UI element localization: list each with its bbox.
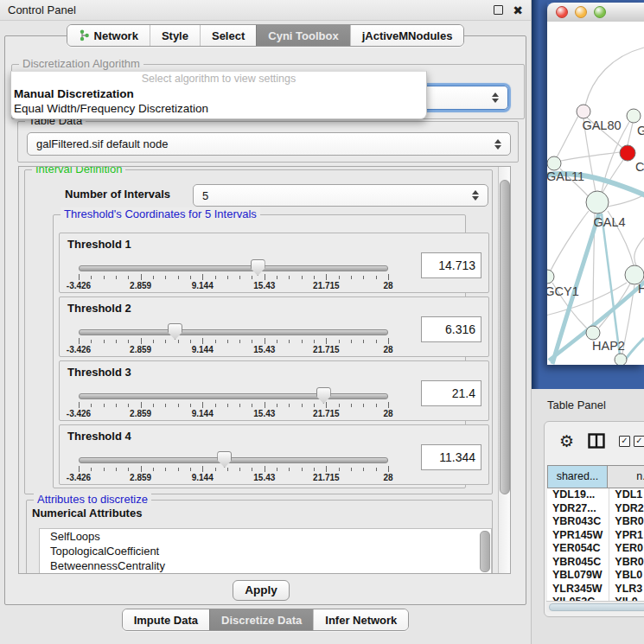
cyni-toolbox-panel: Discretization Algorithm Select algorith… (4, 35, 526, 605)
attribute-item-topologicalcoefficient[interactable]: TopologicalCoefficient (40, 544, 491, 558)
node-gal11[interactable] (547, 156, 561, 170)
table-cell[interactable]: YBR043C (547, 515, 609, 529)
threshold-slider[interactable]: -3.4262.8599.14415.4321.71528 (79, 258, 388, 290)
tab-infer-network[interactable]: Infer Network (313, 609, 408, 630)
node-gal4[interactable] (586, 191, 609, 214)
apply-button[interactable]: Apply (233, 580, 290, 601)
table-header-row: shared...n... (547, 465, 644, 488)
table-cell[interactable]: YDR27... (547, 502, 609, 516)
num-intervals-combo[interactable]: 5 (193, 184, 488, 207)
node-gcy1[interactable] (547, 270, 554, 284)
close-light-icon[interactable] (556, 6, 568, 18)
table-cell[interactable]: YBR045C (547, 556, 609, 570)
close-icon[interactable]: ✖ (513, 6, 523, 15)
network-canvas[interactable]: GAL80GACGAL11GAL4GCY1HHAP2 (547, 22, 644, 365)
tab-style[interactable]: Style (150, 25, 200, 46)
node-ga[interactable] (627, 109, 641, 123)
threshold-slider[interactable]: -3.4262.8599.14415.4321.71528 (79, 322, 388, 354)
float-window-icon[interactable] (494, 5, 503, 15)
list-scrollbar-thumb[interactable] (480, 531, 490, 572)
threshold-value-field[interactable]: 6.316 (421, 316, 481, 342)
scrollbar-thumb[interactable] (500, 180, 510, 494)
table-cell[interactable]: YPR145W (547, 529, 609, 543)
table-cell[interactable]: YER054C (547, 542, 609, 556)
slider-scale-labels: -3.4262.8599.14415.4321.71528 (79, 345, 388, 354)
group-title: Discretization Algorithm (19, 57, 143, 70)
table-cell[interactable]: YPR1 (609, 529, 644, 543)
table-row[interactable]: YBL079WYBL0 (547, 569, 644, 583)
tab-discretize-data[interactable]: Discretize Data (209, 609, 313, 630)
node-label: GAL80 (582, 118, 621, 132)
network-window-titlebar[interactable] (547, 3, 644, 22)
threshold-panel-3: Threshold 3-3.4262.8599.14415.4321.71528… (59, 360, 489, 421)
attribute-item-selfloops[interactable]: SelfLoops (40, 529, 491, 544)
thick-edge[interactable] (602, 214, 620, 355)
split-columns-icon[interactable] (588, 433, 605, 449)
threshold-value-field[interactable]: 11.344 (421, 444, 481, 470)
table-cell[interactable]: YER0 (609, 542, 644, 556)
column-header-shared[interactable]: shared... (547, 465, 608, 488)
attribute-item-betweennesscentrality[interactable]: BetweennessCentrality (40, 558, 491, 573)
slider-track[interactable] (79, 265, 388, 271)
gear-icon[interactable]: ⚙ (559, 433, 574, 450)
tab-jactivemnodules[interactable]: jActiveMNodules (350, 25, 464, 46)
node-table: shared...n... YDL19...YDL1YDR27...YDR2YB… (547, 465, 644, 603)
slider-track[interactable] (79, 329, 388, 335)
table-row[interactable]: YPR145WYPR1 (547, 529, 644, 543)
scrollbar-thumb[interactable] (549, 603, 644, 611)
table-row[interactable]: YLR345WYLR3 (547, 583, 644, 596)
table-horizontal-scrollbar[interactable] (546, 601, 644, 612)
threshold-slider[interactable]: -3.4262.8599.14415.4321.71528 (79, 450, 388, 482)
numerical-attributes-list[interactable]: SelfLoopsTopologicalCoefficientBetweenne… (39, 528, 492, 574)
control-panel-titlebar: Control Panel ✖ (0, 0, 531, 21)
slider-track[interactable] (79, 457, 388, 463)
tab-select[interactable]: Select (200, 25, 256, 46)
table-data-combo[interactable]: galFiltered.sif default node (27, 132, 511, 156)
zoom-light-icon[interactable] (594, 6, 606, 18)
dropdown-option-equal-width-frequency[interactable]: Equal Width/Frequency Discretization (11, 101, 426, 116)
tab-network[interactable]: Network (67, 25, 150, 46)
settings-vertical-scrollbar[interactable] (498, 167, 510, 573)
checkbox-checked-icon[interactable]: ✓ (619, 436, 630, 447)
table-row[interactable]: YER054CYER0 (547, 542, 644, 556)
table-toolbar: ⚙ ✓ ✓ (545, 422, 644, 460)
network-graph[interactable]: GAL80GACGAL11GAL4GCY1HHAP2 (547, 22, 644, 365)
node-unlabeled[interactable] (615, 354, 627, 365)
edge[interactable] (608, 194, 644, 207)
threshold-value-field[interactable]: 21.4 (421, 380, 481, 406)
table-row[interactable]: YDL19...YDL1 (547, 488, 644, 502)
table-cell[interactable]: YDL1 (609, 488, 644, 502)
table-cell[interactable]: YDL19... (547, 488, 609, 502)
table-cell[interactable]: YBR0 (609, 515, 644, 529)
column-header-n[interactable]: n... (608, 465, 644, 488)
edge[interactable] (628, 123, 633, 145)
node-hap2[interactable] (586, 326, 600, 340)
table-row[interactable]: YBR045CYBR0 (547, 556, 644, 570)
table-cell[interactable]: YBL079W (547, 569, 609, 583)
table-cell[interactable]: YBR0 (609, 556, 644, 570)
node-c[interactable] (620, 145, 635, 161)
table-row[interactable]: YBR043CYBR0 (547, 515, 644, 529)
checkbox-checked-icon[interactable]: ✓ (634, 436, 644, 447)
tab-impute-data[interactable]: Impute Data (123, 609, 209, 630)
table-cell[interactable]: YLR345W (547, 583, 609, 596)
threshold-value-field[interactable]: 14.713 (421, 252, 481, 278)
slider-scale-labels: -3.4262.8599.14415.4321.71528 (79, 473, 388, 482)
node-gal80[interactable] (577, 105, 590, 118)
minimize-light-icon[interactable] (575, 6, 587, 18)
edge[interactable] (557, 116, 578, 157)
table-cell[interactable]: YLR3 (609, 583, 644, 596)
group-title: Attributes to discretize (34, 493, 151, 506)
slider-track[interactable] (79, 393, 388, 399)
edge[interactable] (585, 48, 644, 105)
table-cell[interactable]: YDR2 (609, 502, 644, 516)
slider-ticks (79, 274, 388, 281)
node-label: GCY1 (547, 284, 579, 298)
tab-cyni-toolbox[interactable]: Cyni Toolbox (256, 25, 349, 46)
edge[interactable] (634, 238, 644, 267)
table-row[interactable]: YDR27...YDR2 (547, 502, 644, 516)
node-label: GAL11 (547, 169, 584, 183)
table-cell[interactable]: YBL0 (609, 569, 644, 583)
dropdown-option-manual-discretization[interactable]: Manual Discretization (11, 86, 426, 101)
threshold-slider[interactable]: -3.4262.8599.14415.4321.71528 (79, 386, 388, 418)
